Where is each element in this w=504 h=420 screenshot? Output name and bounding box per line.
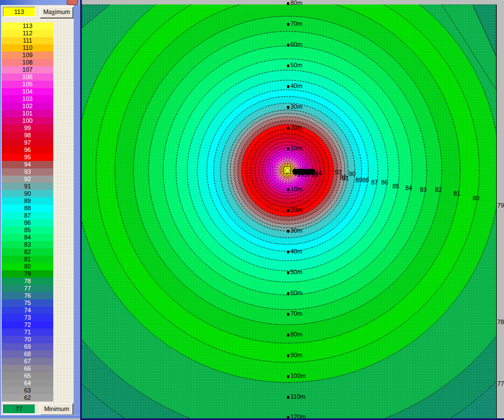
panel-bottom-border xyxy=(0,415,80,418)
minimum-value-field[interactable]: 77 xyxy=(3,404,35,414)
legend-row: 90 xyxy=(2,190,53,197)
legend-row: 113 xyxy=(2,22,53,30)
legend-row: 88 xyxy=(2,205,53,212)
legend-row: 84 xyxy=(2,234,53,241)
edge-contour-label: 78 xyxy=(497,319,504,325)
legend-row: 87 xyxy=(2,212,53,219)
legend-row: 83 xyxy=(2,241,53,248)
legend-row: 106 xyxy=(2,73,53,81)
legend-row: 78 xyxy=(2,278,53,285)
legend-row: 65 xyxy=(2,372,53,380)
close-icon[interactable] xyxy=(67,0,78,5)
noise-source-marker[interactable] xyxy=(284,167,291,174)
legend-row: 81 xyxy=(2,256,53,263)
legend-row: 92 xyxy=(2,176,53,183)
panel-title-bar[interactable] xyxy=(0,0,80,5)
legend-row: 110 xyxy=(2,44,53,52)
legend-row: 79 xyxy=(2,270,53,278)
contour-map-window: 1009998979695949392919089888786858483828… xyxy=(80,0,504,420)
legend-row: 98 xyxy=(2,132,53,139)
legend-row: 109 xyxy=(2,52,53,59)
legend-row: 62 xyxy=(2,394,53,401)
legend-row: 97 xyxy=(2,139,53,146)
source-ring-icon xyxy=(285,168,290,173)
legend-row: 86 xyxy=(2,219,53,227)
legend-row: 112 xyxy=(2,30,53,37)
maximum-value-field[interactable]: 113 xyxy=(3,7,35,17)
legend-row: 71 xyxy=(2,329,53,336)
legend-row: 64 xyxy=(2,380,53,387)
legend-row: 74 xyxy=(2,307,53,314)
legend-row: 93 xyxy=(2,168,53,176)
legend-row: 108 xyxy=(2,59,53,66)
legend-row: 100 xyxy=(2,117,53,124)
legend-row: 82 xyxy=(2,248,53,256)
panel-left-border xyxy=(0,5,1,415)
legend-row: 69 xyxy=(2,343,53,350)
maximum-button[interactable]: Maximum xyxy=(40,7,73,19)
legend-row: 89 xyxy=(2,197,53,205)
minimum-button[interactable]: Minimum xyxy=(40,403,73,416)
legend-row: 73 xyxy=(2,314,53,321)
legend-row: 111 xyxy=(2,37,53,44)
edge-contour-label: 77 xyxy=(497,381,504,387)
legend-row: 85 xyxy=(2,227,53,234)
legend-row: 95 xyxy=(2,154,53,161)
legend-row: 99 xyxy=(2,124,53,132)
legend-row: 101 xyxy=(2,110,53,117)
legend-row: 91 xyxy=(2,183,53,190)
legend-row: 77 xyxy=(2,285,53,292)
legend-row: 67 xyxy=(2,358,53,365)
legend-row: 72 xyxy=(2,321,53,329)
app-root: { "panel": { "max_field": "113", "min_fi… xyxy=(0,0,504,420)
legend-row: 68 xyxy=(2,350,53,358)
maximum-button-label: Maximum xyxy=(43,8,70,15)
legend-row: 66 xyxy=(2,365,53,372)
legend-row: 75 xyxy=(2,299,53,307)
minimum-button-label: Minimum xyxy=(44,405,70,412)
legend-row: 104 xyxy=(2,88,53,95)
panel-right-border xyxy=(73,5,80,418)
legend: 1131121111101091081071061051041031021011… xyxy=(2,22,53,401)
legend-row: 94 xyxy=(2,161,53,168)
scale-panel-window: 113 Maximum 1131121111101091081071061051… xyxy=(0,0,80,418)
legend-row: 96 xyxy=(2,146,53,154)
legend-row: 107 xyxy=(2,66,53,73)
legend-row: 103 xyxy=(2,95,53,103)
edge-contour-label: 79 xyxy=(497,202,504,209)
contour-svg xyxy=(82,4,496,418)
legend-row: 76 xyxy=(2,292,53,299)
legend-row: 105 xyxy=(2,81,53,88)
legend-row: 102 xyxy=(2,103,53,110)
legend-row: 70 xyxy=(2,336,53,343)
legend-row: 63 xyxy=(2,387,53,394)
contour-map-canvas[interactable] xyxy=(82,4,497,418)
legend-row: 80 xyxy=(2,263,53,270)
